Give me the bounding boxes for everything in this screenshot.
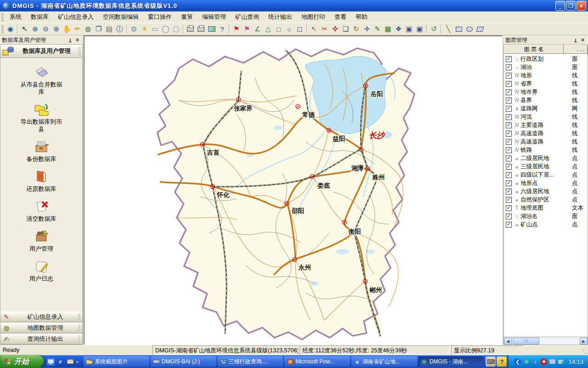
green-util-icon[interactable]: ✿	[523, 358, 530, 365]
copy-window-icon[interactable]: ❐	[93, 24, 104, 34]
layer-checkbox[interactable]	[506, 189, 512, 195]
task-button[interactable]: P Microsoft Pow...	[284, 356, 350, 367]
map-document-icon[interactable]: ◉	[5, 24, 16, 34]
menu-item[interactable]: 地图打印	[297, 12, 330, 23]
menu-item[interactable]: 查看	[330, 12, 351, 23]
overflow-chevron-icon[interactable]: »	[76, 359, 79, 364]
export-image-icon[interactable]	[206, 24, 217, 34]
scroll-right-icon[interactable]: ▶	[580, 338, 588, 345]
layer-row[interactable]: 铁路 线	[504, 146, 588, 154]
map-canvas[interactable]: 张家界常德岳阳益阳长沙吉首湘潭株州娄底怀化邵阳衡阳永州郴州	[84, 35, 503, 345]
menu-item[interactable]: 系统	[5, 12, 26, 23]
layer-row[interactable]: 矿山点 点	[504, 220, 588, 229]
zoom-extent-icon[interactable]: ⊛	[51, 24, 62, 34]
style-brush-icon[interactable]: ✏	[72, 24, 83, 34]
menu-item[interactable]: 矿山查询	[231, 12, 264, 23]
ellipse-select-icon[interactable]: ◯	[160, 24, 171, 34]
start-button[interactable]: 开始	[0, 355, 44, 368]
layer-row[interactable]: 高速道路 线	[504, 138, 588, 146]
layer-checkbox[interactable]	[506, 147, 512, 153]
preview-icon[interactable]: ⊙	[129, 24, 139, 34]
join-right-icon[interactable]: ▣	[414, 24, 425, 34]
mail-icon[interactable]	[66, 358, 74, 366]
layer-checkbox[interactable]	[506, 139, 512, 145]
layer-row[interactable]: 省界 线	[504, 80, 588, 88]
layer-checkbox[interactable]	[506, 180, 512, 186]
layer-checkbox[interactable]	[506, 131, 512, 137]
layer-row[interactable]: 三级居民地 点	[504, 162, 588, 171]
close-icon[interactable]	[579, 37, 586, 43]
layer-name-column[interactable]: 图 层 名	[504, 45, 564, 54]
task-button[interactable]: DMGIS - 湖南...	[418, 356, 484, 367]
attribute-icon[interactable]: ❖	[393, 24, 404, 34]
globe-icon[interactable]: ◍	[83, 24, 93, 34]
edit-table-icon[interactable]: ▦	[383, 24, 393, 34]
layer-checkbox[interactable]	[506, 64, 512, 70]
layer-checkbox[interactable]	[506, 89, 512, 95]
rotate-icon[interactable]: ↻	[351, 24, 362, 34]
identify-icon[interactable]: ☀	[139, 24, 150, 34]
pin-icon[interactable]	[572, 37, 579, 43]
print-icon[interactable]	[185, 24, 196, 34]
help-icon[interactable]: ?	[217, 24, 227, 34]
draw-ellipse-icon[interactable]: ○	[284, 24, 294, 34]
move-icon[interactable]: ✛	[362, 24, 372, 34]
help-tray-icon[interactable]: ?	[497, 356, 507, 367]
layer-checkbox[interactable]	[506, 155, 512, 161]
layer-row[interactable]: 行政区划 面	[504, 55, 588, 63]
menu-item[interactable]: 矿山信息录入	[53, 12, 98, 23]
sidebar-action[interactable]: 用户管理	[7, 229, 76, 253]
layer-checkbox[interactable]	[506, 114, 512, 120]
pointer-icon[interactable]: ↖	[19, 24, 30, 34]
keyboard-icon[interactable]: ⌨	[486, 356, 496, 367]
layer-checkbox[interactable]	[506, 205, 512, 211]
minimize-button[interactable]: _	[555, 1, 565, 11]
layer-checkbox[interactable]	[506, 98, 512, 104]
hatch-poly-icon[interactable]	[475, 24, 485, 34]
layer-row[interactable]: 地形点 点	[504, 179, 588, 187]
layer-checkbox[interactable]	[506, 222, 512, 228]
sidebar-action[interactable]: 清空数据库	[7, 199, 76, 223]
undo-icon[interactable]: ↺	[429, 24, 439, 34]
flag-edit-icon[interactable]: ⚑	[242, 24, 252, 34]
draw-square-icon[interactable]: ◻	[294, 24, 305, 34]
measure-length-icon[interactable]: ∠	[252, 24, 263, 34]
join-left-icon[interactable]: ▣	[404, 24, 414, 34]
layer-row[interactable]: 地理底图 文本	[504, 204, 588, 212]
layer-row[interactable]: 地市界 线	[504, 88, 588, 96]
hatch-rect-icon[interactable]	[453, 24, 464, 34]
sidebar-action[interactable]: 还原数据库	[7, 169, 76, 193]
rect-select-icon[interactable]: ▭	[150, 24, 160, 34]
form-icon[interactable]: ▤	[104, 24, 114, 34]
volume-icon[interactable]: ♪	[531, 358, 538, 365]
layer-checkbox[interactable]	[506, 213, 512, 219]
hatch-ellipse-icon[interactable]	[464, 24, 475, 34]
menu-item[interactable]: 帮助	[351, 12, 372, 23]
layer-row[interactable]: 主要道路 线	[504, 121, 588, 129]
close-button[interactable]: ×	[577, 1, 586, 11]
layer-row[interactable]: 湖泊 面	[504, 63, 588, 71]
layer-row[interactable]: 道路网 网	[504, 104, 588, 113]
sidebar-section-bar[interactable]: ✎ 矿山信息录入	[0, 311, 82, 322]
flag-add-icon[interactable]: ⚑	[231, 24, 242, 34]
edit-node-icon[interactable]: ✎	[372, 24, 383, 34]
scroll-thumb[interactable]	[513, 338, 539, 345]
scroll-left-icon[interactable]: ◀	[504, 338, 512, 345]
zoom-in-icon[interactable]: ⊕	[30, 24, 40, 34]
sidebar-action[interactable]: 导出数据库到市县	[7, 102, 76, 133]
layer-row[interactable]: 自然保护区 点	[504, 196, 588, 204]
draw-rect-icon[interactable]: □	[273, 24, 284, 34]
print-preview-icon[interactable]	[196, 24, 206, 34]
draw-line-icon[interactable]: ╲	[443, 24, 453, 34]
sidebar-section-bar[interactable]: ◍ 地图数据管理	[0, 322, 82, 334]
close-icon[interactable]	[74, 37, 81, 43]
security-shield-icon[interactable]: ✚	[540, 358, 547, 365]
pan-icon[interactable]: ✋	[62, 24, 72, 34]
layer-checkbox[interactable]	[506, 73, 512, 79]
menu-item[interactable]: 数据库	[26, 12, 53, 23]
cut-icon[interactable]: ✂	[319, 24, 330, 34]
layer-more-column[interactable]: . . .	[564, 45, 588, 54]
display-icon[interactable]	[549, 358, 556, 365]
sidebar-action[interactable]: 备份数据库	[7, 139, 76, 163]
drive-activity-icon[interactable]	[558, 358, 565, 365]
